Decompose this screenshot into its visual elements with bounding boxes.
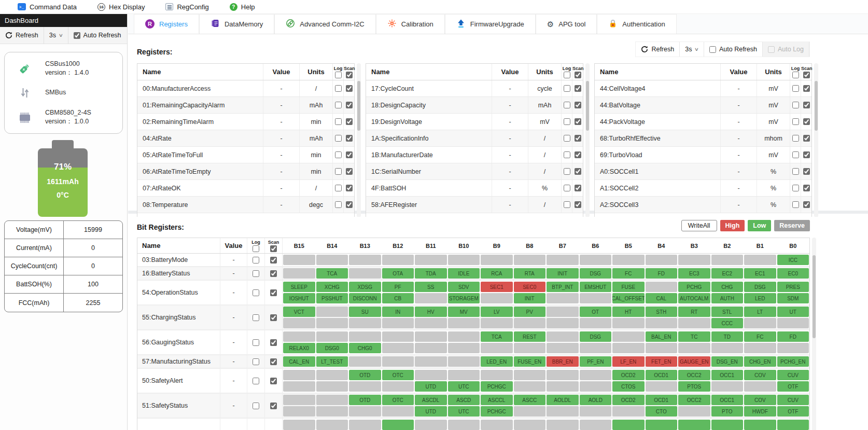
bit-cell[interactable]: HWDF	[744, 406, 776, 417]
bit-cell[interactable]	[514, 381, 546, 392]
scan-checkbox[interactable]	[803, 135, 810, 142]
scrollbar[interactable]	[814, 63, 818, 217]
sidebar-refresh-button[interactable]: Refresh	[0, 27, 44, 44]
bit-cell[interactable]	[777, 343, 809, 353]
scan-all-checkbox[interactable]	[346, 72, 353, 78]
bit-cell[interactable]	[382, 356, 414, 367]
scan-checkbox[interactable]	[270, 378, 277, 384]
bit-cell[interactable]: DSG0	[316, 343, 348, 353]
bit-cell[interactable]	[678, 406, 710, 417]
bit-cell[interactable]	[415, 370, 447, 380]
bit-cell[interactable]: EC0	[777, 268, 809, 279]
log-checkbox[interactable]	[564, 151, 570, 158]
bit-cell[interactable]: CHG_EN	[744, 356, 776, 367]
log-checkbox[interactable]	[564, 185, 570, 191]
bit-cell[interactable]: ASCD	[448, 395, 480, 405]
bit-cell[interactable]: SU	[349, 307, 381, 317]
bit-cell[interactable]	[711, 420, 744, 430]
scan-checkbox[interactable]	[270, 289, 277, 296]
bit-cell[interactable]	[646, 420, 678, 430]
bit-cell[interactable]: COV	[744, 370, 776, 380]
bit-cell[interactable]: OT	[580, 307, 612, 317]
bit-cell[interactable]	[283, 420, 315, 430]
bit-cell[interactable]	[612, 343, 645, 353]
regconfig-button[interactable]: RegConfig	[165, 3, 208, 11]
bit-cell[interactable]: SS	[415, 282, 447, 292]
bit-cell[interactable]	[711, 343, 744, 353]
scan-checkbox[interactable]	[270, 257, 277, 263]
bit-cell[interactable]	[580, 420, 612, 430]
log-checkbox[interactable]	[564, 85, 570, 92]
bit-cell[interactable]: FC	[612, 268, 645, 279]
bit-cell[interactable]: CTOS	[612, 381, 645, 392]
bit-cell[interactable]	[349, 331, 381, 342]
bit-cell[interactable]: OCD2	[612, 370, 645, 380]
bit-cell[interactable]	[349, 381, 381, 392]
bit-cell[interactable]	[580, 370, 612, 380]
scan-checkbox[interactable]	[575, 185, 581, 191]
bit-cell[interactable]	[382, 255, 414, 265]
bit-cell[interactable]: AOLDL	[547, 395, 579, 405]
bit-cell[interactable]: FD	[777, 331, 809, 342]
log-checkbox[interactable]	[792, 118, 799, 125]
bit-cell[interactable]	[580, 318, 612, 328]
bit-cell[interactable]	[316, 318, 348, 328]
log-checkbox[interactable]	[253, 403, 259, 409]
scan-checkbox[interactable]	[270, 314, 277, 321]
bit-cell[interactable]: DSG	[580, 268, 612, 279]
bit-cell[interactable]	[283, 395, 315, 405]
bit-cell[interactable]	[448, 255, 480, 265]
log-all-checkbox[interactable]	[792, 72, 799, 78]
log-checkbox[interactable]	[792, 201, 799, 208]
bit-cell[interactable]	[678, 255, 710, 265]
log-checkbox[interactable]	[335, 85, 342, 92]
bit-cell[interactable]	[349, 255, 381, 265]
bit-cell[interactable]	[382, 406, 414, 417]
bit-cell[interactable]: CB	[382, 293, 414, 303]
scan-checkbox[interactable]	[803, 201, 810, 208]
bit-cell[interactable]: CCC	[711, 318, 744, 328]
log-checkbox[interactable]	[335, 168, 342, 175]
log-checkbox[interactable]	[253, 378, 259, 384]
scan-checkbox[interactable]	[803, 168, 810, 175]
bit-cell[interactable]	[580, 406, 612, 417]
bit-cell[interactable]	[448, 420, 480, 430]
log-checkbox[interactable]	[792, 168, 799, 175]
bit-cell[interactable]	[283, 268, 315, 279]
bit-cell[interactable]: TCA	[316, 268, 348, 279]
bit-cell[interactable]	[349, 406, 381, 417]
bit-cell[interactable]: ICC	[777, 255, 809, 265]
bit-cell[interactable]	[678, 343, 710, 353]
bit-cell[interactable]	[283, 318, 315, 328]
scan-checkbox[interactable]	[346, 185, 353, 191]
bit-cell[interactable]: HT	[612, 307, 645, 317]
bit-cell[interactable]: EC3	[678, 268, 710, 279]
bit-cell[interactable]	[283, 406, 315, 417]
bit-cell[interactable]: RT	[678, 307, 710, 317]
bit-cell[interactable]: OTA	[382, 268, 414, 279]
command-data-button[interactable]: >_ Command Data	[18, 3, 77, 11]
bit-cell[interactable]: COV	[744, 395, 776, 405]
bit-cell[interactable]	[547, 331, 579, 342]
tab-firmwareupgrade[interactable]: FirmwareUpgrade	[445, 14, 536, 34]
bit-cell[interactable]: PTO	[711, 406, 744, 417]
log-checkbox[interactable]	[335, 102, 342, 108]
scan-checkbox[interactable]	[575, 201, 581, 208]
bit-cell[interactable]: PF_EN	[580, 356, 612, 367]
bit-cell[interactable]	[349, 268, 381, 279]
log-checkbox[interactable]	[792, 185, 799, 191]
bit-cell[interactable]: PSSHUT	[316, 293, 348, 303]
bit-cell[interactable]	[744, 381, 776, 392]
log-checkbox[interactable]	[335, 201, 342, 208]
bit-cell[interactable]: OTD	[349, 370, 381, 380]
bit-cell[interactable]	[612, 331, 645, 342]
scan-checkbox[interactable]	[270, 403, 277, 409]
bit-cell[interactable]: STH	[646, 307, 678, 317]
bit-cell[interactable]: OTF	[777, 406, 809, 417]
bit-cell[interactable]	[580, 293, 612, 303]
log-checkbox[interactable]	[564, 168, 570, 175]
bit-cell[interactable]	[415, 356, 447, 367]
bit-cell[interactable]	[283, 255, 315, 265]
bit-cell[interactable]: FUSE	[612, 282, 645, 292]
reserve-legend-button[interactable]: Reserve	[774, 220, 810, 231]
